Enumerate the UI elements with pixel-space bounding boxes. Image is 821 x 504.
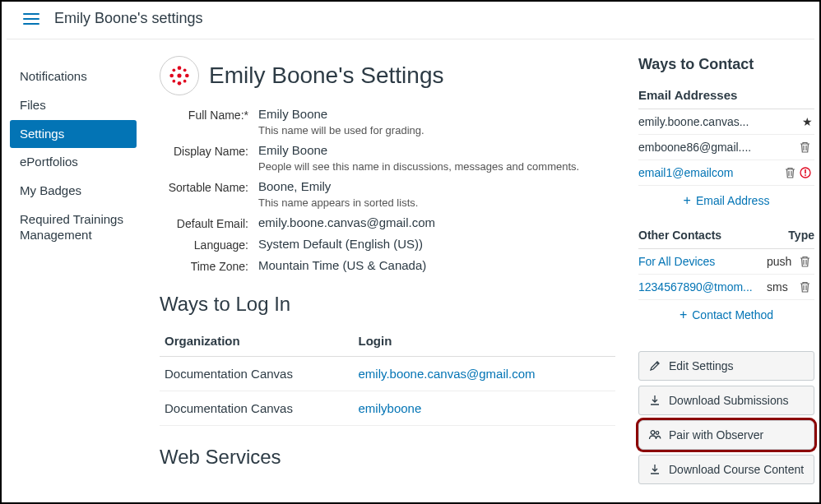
trash-icon[interactable] [800,281,814,293]
default-email-label: Default Email: [160,215,258,230]
sidebar-item-mybadges[interactable]: My Badges [10,177,137,206]
other-contacts-header: Other Contacts Type [638,222,814,249]
add-email-link[interactable]: + Email Address [638,186,814,219]
login-col-login: Login [354,326,615,357]
email-row: emily.boone.canvas... ★ [638,109,814,135]
other-contact-row: For All Devices push [638,249,814,275]
pencil-icon [647,360,662,372]
language-label: Language: [160,237,258,252]
svg-point-0 [178,66,182,70]
email-address[interactable]: emboone86@gmail.... [638,141,800,154]
settings-header: Emily Boone's Settings [160,56,615,95]
settings-heading: Emily Boone's Settings [209,62,443,89]
login-row: Documentation Canvas emily.boone.canvas@… [160,357,615,391]
pair-with-observer-label: Pair with Observer [669,428,763,442]
sidebar-item-required-trainings[interactable]: Required Train­ings Management [10,206,137,250]
other-contact-row: 1234567890@tmom... sms [638,275,814,300]
type-heading: Type [788,229,814,242]
login-org: Documentation Canvas [160,357,354,391]
svg-point-13 [656,432,659,435]
svg-rect-11 [805,174,806,176]
trash-icon[interactable] [785,167,800,178]
add-email-label: Email Address [696,194,769,207]
canvas-logo-icon [168,64,191,87]
plus-icon: + [680,308,687,321]
svg-point-7 [183,80,187,83]
people-icon [647,429,662,441]
email-row: emboone86@gmail.... [638,135,814,160]
sidebar-item-files[interactable]: Files [10,91,137,120]
main-content: Emily Boone's Settings Full Name:* Emily… [141,56,633,499]
sidebar-item-eportfolios[interactable]: ePortfolios [10,148,137,177]
right-sidebar: Ways to Contact Email Addresses emily.bo… [633,56,814,499]
login-link[interactable]: emily.boone.canvas@gmail.com [359,367,536,381]
display-name-label: Display Name: [160,143,258,173]
action-buttons: Edit Settings Download Submissions Pair … [638,351,814,484]
download-course-content-button[interactable]: Download Course Content [638,455,814,484]
add-contact-label: Contact Method [692,308,773,321]
download-submissions-button[interactable]: Download Submissions [638,386,814,415]
svg-rect-10 [805,169,806,173]
login-link[interactable]: emilyboone [359,401,422,415]
svg-point-4 [172,68,175,72]
svg-point-6 [172,80,175,83]
download-icon [647,464,662,475]
email-row: email1@emailcom [638,160,814,186]
trash-icon[interactable] [800,141,814,153]
topbar: Emily Boone's settings [7,2,814,39]
download-course-content-label: Download Course Content [669,463,804,476]
login-col-org: Organization [160,326,354,357]
svg-point-5 [183,68,187,72]
email-addresses-heading: Email Addresses [638,81,814,109]
avatar[interactable] [160,56,199,95]
timezone-label: Time Zone: [160,258,258,273]
plus-icon: + [684,194,691,207]
menu-icon[interactable] [23,13,39,25]
login-row: Documentation Canvas emilyboone [160,391,615,426]
sortable-name-hint: This name appears in sorted lists. [258,197,615,209]
email-address[interactable]: emily.boone.canvas... [638,115,800,128]
other-contact-type: sms [767,280,800,294]
language-value: System Default (English (US)) [258,237,615,251]
sidebar-item-settings[interactable]: Settings [10,120,137,149]
pair-with-observer-button[interactable]: Pair with Observer [638,420,814,450]
download-submissions-label: Download Submissions [669,394,789,407]
login-org: Documentation Canvas [160,391,354,426]
svg-point-1 [178,81,182,86]
sidebar-item-notifications[interactable]: Notifications [10,62,137,91]
display-name-value: Emily Boone [258,143,615,157]
sidebar: Notifications Files Settings ePortfolios… [10,56,141,499]
trash-icon[interactable] [800,256,814,267]
star-icon[interactable]: ★ [800,115,814,128]
ways-to-contact-heading: Ways to Contact [638,56,814,73]
edit-settings-button[interactable]: Edit Settings [638,351,814,381]
web-services-heading: Web Services [160,446,615,469]
svg-point-8 [177,73,181,77]
edit-settings-label: Edit Settings [669,359,734,372]
add-contact-link[interactable]: + Contact Method [638,300,814,333]
svg-point-2 [169,74,174,78]
full-name-value: Emily Boone [258,107,615,121]
sortable-name-value: Boone, Emily [258,179,615,193]
svg-point-12 [651,431,655,435]
svg-point-3 [185,74,189,78]
timezone-value: Mountain Time (US & Canada) [258,258,615,272]
full-name-hint: This name will be used for grading. [258,124,615,136]
display-name-hint: People will see this name in discussions… [258,160,615,173]
default-email-value: emily.boone.canvas@gmail.com [258,215,615,229]
download-icon [647,395,662,406]
email-address[interactable]: email1@emailcom [638,166,785,179]
warning-icon[interactable] [800,167,814,178]
ways-to-login-heading: Ways to Log In [160,293,615,316]
other-contact-addr[interactable]: For All Devices [638,255,767,268]
other-contact-addr[interactable]: 1234567890@tmom... [638,280,767,294]
login-table: Organization Login Documentation Canvas … [160,326,615,426]
other-contact-type: push [767,255,800,268]
other-contacts-heading: Other Contacts [638,229,721,242]
full-name-label: Full Name:* [160,107,258,136]
sortable-name-label: Sortable Name: [160,179,258,209]
page-title: Emily Boone's settings [54,10,203,27]
